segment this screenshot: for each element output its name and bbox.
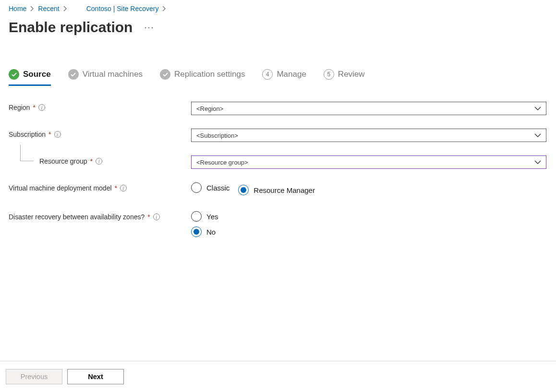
tab-label: Source: [23, 70, 51, 79]
tree-connector-icon: [20, 145, 34, 161]
step-number-icon: 5: [324, 69, 334, 80]
dr-no-radio[interactable]: [191, 226, 202, 237]
deployment-model-label: Virtual machine deployment model * i: [9, 182, 191, 192]
radio-selected-dot-icon: [193, 229, 199, 235]
breadcrumb: Home Recent Contoso | Site Recovery: [9, 5, 547, 12]
required-asterisk: *: [48, 131, 51, 138]
next-button[interactable]: Next: [67, 369, 124, 384]
tab-label: Review: [338, 70, 365, 79]
page-title-text: Enable replication: [9, 19, 133, 36]
region-dropdown[interactable]: <Region>: [191, 102, 546, 115]
breadcrumb-home[interactable]: Home: [9, 5, 26, 12]
check-circle-icon: [9, 69, 19, 80]
info-icon[interactable]: i: [96, 158, 102, 165]
dropdown-value: <Region>: [196, 105, 223, 112]
chevron-right-icon: [63, 6, 67, 12]
radio-label: Classic: [206, 184, 230, 192]
label-text: Disaster recovery between availability z…: [9, 213, 145, 221]
info-icon[interactable]: i: [120, 185, 127, 191]
chevron-down-icon: [534, 133, 541, 138]
radio-label: Resource Manager: [254, 186, 315, 194]
radio-selected-dot-icon: [241, 187, 246, 193]
resource-group-label: Resource group * i: [9, 155, 191, 165]
step-number-icon: 4: [262, 69, 273, 80]
deployment-classic-radio[interactable]: [191, 182, 202, 193]
previous-button: Previous: [6, 369, 62, 384]
wizard-footer: Previous Next: [0, 361, 556, 392]
required-asterisk: *: [33, 104, 35, 111]
required-asterisk: *: [147, 213, 150, 221]
deployment-rm-radio[interactable]: [238, 185, 249, 195]
tab-source[interactable]: Source: [9, 69, 51, 86]
radio-label: Yes: [206, 213, 218, 221]
dropdown-value: <Subscription>: [196, 132, 238, 139]
wizard-tabs: Source Virtual machines Replication sett…: [9, 69, 547, 84]
page-title: Enable replication ···: [9, 19, 547, 36]
label-text: Region: [9, 104, 30, 111]
subscription-dropdown[interactable]: <Subscription>: [191, 129, 546, 142]
subscription-label: Subscription * i: [9, 129, 191, 138]
check-circle-icon: [68, 69, 79, 80]
info-icon[interactable]: i: [153, 214, 160, 220]
dropdown-value: <Resource group>: [196, 159, 248, 166]
tab-label: Replication settings: [174, 70, 245, 79]
chevron-right-icon: [30, 6, 34, 12]
tab-replication-settings[interactable]: Replication settings: [160, 69, 245, 84]
chevron-down-icon: [534, 106, 541, 111]
dr-zones-label: Disaster recovery between availability z…: [9, 211, 191, 221]
label-text: Subscription: [9, 131, 46, 138]
tab-review[interactable]: 5 Review: [324, 69, 365, 84]
label-text: Virtual machine deployment model: [9, 184, 112, 192]
resource-group-dropdown[interactable]: <Resource group>: [191, 155, 546, 169]
breadcrumb-vault[interactable]: Contoso | Site Recovery: [86, 5, 159, 12]
tab-label: Virtual machines: [83, 70, 143, 79]
region-label: Region * i: [9, 102, 191, 111]
chevron-down-icon: [534, 160, 541, 165]
tab-label: Manage: [277, 70, 306, 79]
label-text: Resource group: [39, 157, 87, 165]
more-actions-button[interactable]: ···: [144, 23, 154, 33]
tab-manage[interactable]: 4 Manage: [262, 69, 306, 84]
required-asterisk: *: [115, 184, 117, 192]
check-circle-icon: [160, 69, 170, 80]
info-icon[interactable]: i: [54, 131, 61, 138]
chevron-right-icon: [162, 6, 166, 12]
required-asterisk: *: [90, 157, 93, 165]
dr-yes-radio[interactable]: [191, 211, 202, 222]
radio-label: No: [206, 228, 216, 236]
tab-virtual-machines[interactable]: Virtual machines: [68, 69, 143, 84]
breadcrumb-recent[interactable]: Recent: [38, 5, 59, 12]
info-icon[interactable]: i: [38, 104, 45, 111]
